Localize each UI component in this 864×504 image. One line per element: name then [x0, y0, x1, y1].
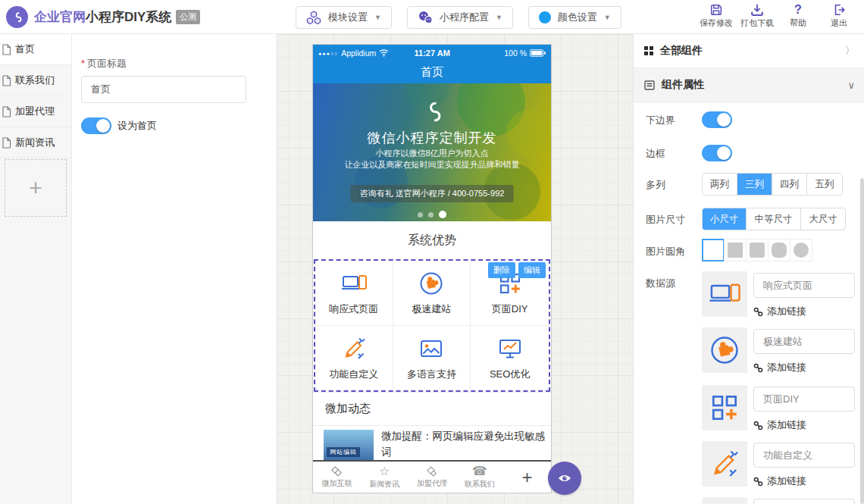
data-source-title-input[interactable] [753, 273, 855, 298]
plus-icon: + [522, 471, 533, 484]
document-icon [2, 75, 11, 86]
carousel-dots [313, 211, 551, 218]
grid-item-custom-function[interactable]: 功能自定义 [315, 326, 393, 391]
delete-component-button[interactable]: 删除 [488, 262, 515, 278]
tab-brand[interactable]: 微加互联 [313, 462, 361, 493]
plus-icon: + [29, 175, 42, 201]
columns-option-5[interactable]: 五列 [807, 174, 842, 195]
brand-diamond-icon [330, 465, 343, 477]
component-properties-label: 组件属性 [662, 78, 704, 92]
radius-option-large[interactable] [768, 239, 790, 261]
sidebar-item-home[interactable]: 首页 [0, 34, 71, 65]
app-title-primary: 企业官网 [34, 10, 86, 24]
tab-news[interactable]: ☆ 新闻资讯 [361, 462, 409, 493]
data-source-item [702, 497, 857, 504]
app-root: 企业官网小程序DIY系统公测 模块设置 ▼ 小程序配置 ▼ 颜色设置 [0, 0, 864, 504]
image-size-small-selected[interactable]: 小尺寸 [703, 208, 747, 230]
columns-option-3-selected[interactable]: 三列 [737, 174, 772, 195]
sidebar-item-contact[interactable]: 联系我们 [0, 65, 71, 96]
data-source-title-input[interactable] [753, 443, 855, 468]
help-icon: ? [794, 3, 802, 17]
phone-tab-bar: 微加互联 ☆ 新闻资讯 加盟代理 ☎ 联系我们 + [313, 460, 551, 493]
tab-agency[interactable]: 加盟代理 [409, 462, 456, 493]
document-icon [2, 106, 11, 117]
module-settings-button[interactable]: 模块设置 ▼ [296, 6, 392, 29]
image-radius-label: 图片圆角 [646, 245, 685, 258]
preview-eye-button[interactable] [548, 462, 581, 495]
add-link-button[interactable]: 添加链接 [753, 474, 806, 488]
tab-add-button[interactable]: + [503, 462, 551, 493]
page-diy-icon [702, 385, 747, 430]
sidebar-item-news[interactable]: 新闻资讯 [0, 127, 71, 158]
component-properties-row[interactable]: 组件属性 ∨ [634, 68, 864, 102]
exit-icon [832, 3, 846, 17]
banner-subline-2: 让企业以及商家在短时间里实现提升品牌和销量 [313, 159, 551, 171]
all-components-row[interactable]: 全部组件 〉 [634, 34, 864, 68]
set-home-label: 设为首页 [117, 119, 157, 133]
edit-component-button[interactable]: 编辑 [518, 262, 546, 278]
hero-banner[interactable]: 微信小程序定制开发 小程序以微信8亿用户为切入点 让企业以及商家在短时间里实现提… [313, 83, 551, 221]
carousel-dot-active[interactable] [439, 211, 446, 218]
color-settings-label: 颜色设置 [558, 11, 597, 24]
responsive-page-icon [340, 270, 368, 297]
grid-item-label: 响应式页面 [329, 302, 378, 316]
data-source-title-input[interactable] [753, 387, 855, 412]
news-section-title: 微加动态 [313, 392, 551, 426]
columns-option-2[interactable]: 两列 [703, 174, 737, 195]
chain-link-icon [753, 307, 763, 317]
grid-item-multi-language[interactable]: 多语言支持 [393, 326, 471, 391]
data-source-title-input[interactable] [753, 329, 855, 354]
page-title-input[interactable] [81, 76, 246, 103]
image-size-medium[interactable]: 中等尺寸 [747, 208, 801, 230]
selected-grid-component[interactable]: 响应式页面 极速建站 页面DIY [314, 259, 550, 392]
add-link-button[interactable]: 添加链接 [753, 305, 806, 318]
banner-subline-1: 小程序以微信8亿用户为切入点 [313, 148, 551, 159]
battery-icon [530, 49, 546, 57]
save-button[interactable]: 保存修改 [696, 3, 737, 29]
set-home-toggle[interactable] [81, 117, 111, 134]
add-page-button[interactable]: + [5, 159, 67, 217]
components-grid-icon [644, 46, 653, 55]
sidebar-item-agency[interactable]: 加盟代理 [0, 96, 71, 127]
miniprogram-config-button[interactable]: 小程序配置 ▼ [407, 6, 513, 29]
bottom-border-toggle[interactable] [702, 111, 732, 128]
help-button[interactable]: ? 帮助 [778, 3, 819, 29]
sidebar-item-label: 新闻资讯 [15, 136, 55, 149]
required-mark: * [81, 58, 85, 69]
grid-item-fast-build[interactable]: 极速建站 [393, 261, 471, 326]
phone-nav-bar: 首页 [313, 61, 551, 83]
add-link-button[interactable]: 添加链接 [753, 361, 806, 374]
download-icon [750, 3, 764, 17]
border-toggle[interactable] [702, 145, 732, 161]
panel-scrollbar[interactable] [860, 178, 864, 504]
columns-option-4[interactable]: 四列 [772, 174, 807, 195]
all-components-label: 全部组件 [660, 44, 703, 58]
data-source-item: 添加链接 [702, 271, 857, 317]
news-title: 微加提醒：网页编辑应避免出现敏感词 与极限词 [381, 428, 545, 462]
app-title-secondary: 小程序DIY系统 [86, 10, 171, 24]
add-link-button[interactable]: 添加链接 [753, 418, 806, 432]
phone-status-bar: ●●●○○ Applidium 11:27 AM 100 % [313, 45, 551, 61]
signal-strength-icon: ●●●○○ [318, 51, 338, 56]
help-label: 帮助 [790, 17, 806, 29]
carousel-dot[interactable] [418, 212, 423, 218]
columns-label: 多列 [646, 178, 665, 192]
carousel-dot[interactable] [428, 212, 434, 218]
pages-sidebar: 首页 联系我们 加盟代理 新闻资讯 + [0, 34, 72, 504]
radius-option-square[interactable] [724, 239, 747, 261]
radius-option-none-selected[interactable] [702, 239, 725, 261]
grid-item-responsive[interactable]: 响应式页面 [315, 261, 393, 326]
grid-item-seo[interactable]: SEO优化 [471, 326, 549, 391]
radius-option-small[interactable] [746, 239, 769, 261]
download-button[interactable]: 打包下载 [737, 3, 778, 29]
chevron-down-icon: ▼ [604, 14, 611, 21]
custom-function-icon [702, 441, 747, 487]
color-settings-button[interactable]: 颜色设置 ▼ [528, 6, 621, 29]
exit-button[interactable]: 退出 [819, 3, 859, 29]
image-size-large[interactable]: 大尺寸 [801, 208, 845, 230]
news-list-item[interactable]: 网站编辑 微加提醒：网页编辑应避免出现敏感词 与极限词 [313, 426, 551, 462]
data-source-title-input[interactable] [753, 499, 855, 504]
tab-contact[interactable]: ☎ 联系我们 [455, 462, 503, 493]
feature-grid: 响应式页面 极速建站 页面DIY [315, 261, 549, 390]
radius-option-circle[interactable] [790, 239, 812, 261]
